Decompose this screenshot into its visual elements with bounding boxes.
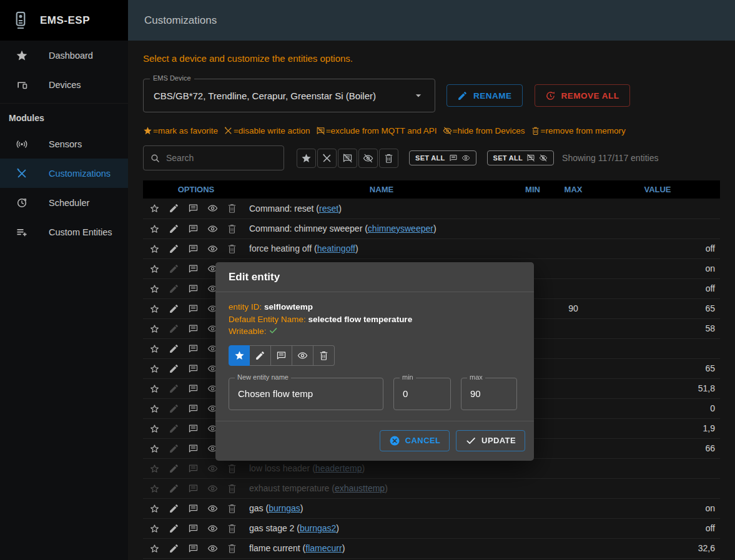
favorite-toggle[interactable] bbox=[229, 345, 250, 366]
min-field-label: min bbox=[400, 373, 416, 381]
min-field-value: 0 bbox=[403, 388, 408, 399]
star-icon bbox=[234, 350, 245, 361]
max-field-label: max bbox=[467, 373, 485, 381]
min-field[interactable]: min 0 bbox=[393, 378, 451, 410]
update-button[interactable]: UPDATE bbox=[456, 430, 525, 451]
hide-toggle[interactable] bbox=[292, 345, 313, 366]
entity-id-value: selflowtemp bbox=[264, 302, 313, 312]
writeable-line: Writeable: bbox=[229, 325, 521, 338]
max-field-value: 90 bbox=[470, 388, 481, 399]
new-entity-name-label: New entity name bbox=[235, 373, 291, 381]
eye-icon bbox=[297, 350, 308, 361]
remove-toggle[interactable] bbox=[313, 345, 335, 366]
comment-icon bbox=[276, 350, 287, 361]
default-name-value: selected flow temperature bbox=[308, 315, 413, 324]
pencil-icon bbox=[255, 350, 265, 361]
cancel-button[interactable]: CANCEL bbox=[380, 430, 450, 451]
entity-option-toggles bbox=[229, 345, 521, 366]
dialog-title: Edit entity bbox=[215, 262, 534, 292]
disable-write-toggle[interactable] bbox=[250, 345, 271, 366]
default-name-line: Default Entity Name: selected flow tempe… bbox=[229, 313, 521, 326]
trash-icon bbox=[318, 350, 329, 361]
writeable-check-icon bbox=[269, 326, 278, 335]
cancel-button-label: CANCEL bbox=[405, 436, 441, 445]
default-name-label: Default Entity Name: bbox=[229, 315, 306, 324]
new-entity-name-field[interactable]: New entity name Chosen flow temp bbox=[229, 378, 383, 410]
new-entity-name-value: Chosen flow temp bbox=[238, 388, 313, 399]
edit-entity-dialog: Edit entity entity ID: selflowtemp Defau… bbox=[215, 262, 534, 461]
update-button-label: UPDATE bbox=[481, 436, 516, 445]
max-field[interactable]: max 90 bbox=[461, 378, 517, 410]
entity-id-line: entity ID: selflowtemp bbox=[229, 301, 521, 313]
entity-id-label: entity ID: bbox=[229, 302, 262, 312]
check-icon bbox=[465, 435, 476, 446]
mqtt-exclude-toggle[interactable] bbox=[271, 345, 292, 366]
writeable-label: Writeable: bbox=[229, 327, 267, 336]
cancel-circle-icon bbox=[389, 435, 400, 446]
